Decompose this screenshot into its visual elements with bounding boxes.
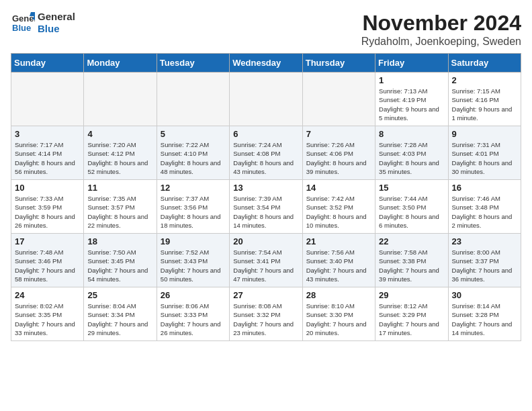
logo-blue: Blue (38, 23, 75, 35)
day-number: 5 (161, 129, 226, 139)
day-info: Sunrise: 7:20 AM Sunset: 4:12 PM Dayligh… (87, 140, 152, 176)
day-info: Sunrise: 7:52 AM Sunset: 3:43 PM Dayligh… (161, 248, 226, 283)
day-number: 22 (379, 236, 444, 246)
calendar-cell: 10Sunrise: 7:33 AM Sunset: 3:59 PM Dayli… (11, 180, 84, 234)
day-number: 30 (452, 290, 517, 300)
day-info: Sunrise: 8:00 AM Sunset: 3:37 PM Dayligh… (452, 248, 517, 283)
weekday-header-friday: Friday (375, 54, 448, 73)
calendar-cell: 12Sunrise: 7:37 AM Sunset: 3:56 PM Dayli… (157, 180, 229, 234)
day-info: Sunrise: 7:22 AM Sunset: 4:10 PM Dayligh… (161, 140, 226, 176)
day-number: 8 (379, 129, 444, 139)
week-row-4: 17Sunrise: 7:48 AM Sunset: 3:46 PM Dayli… (11, 234, 521, 287)
calendar-cell: 9Sunrise: 7:31 AM Sunset: 4:01 PM Daylig… (448, 126, 521, 180)
day-number: 25 (87, 290, 152, 300)
calendar-cell: 20Sunrise: 7:54 AM Sunset: 3:41 PM Dayli… (230, 234, 302, 287)
weekday-header-thursday: Thursday (302, 54, 375, 73)
day-number: 12 (161, 183, 226, 193)
calendar-cell: 16Sunrise: 7:46 AM Sunset: 3:48 PM Dayli… (448, 180, 521, 234)
day-info: Sunrise: 8:14 AM Sunset: 3:28 PM Dayligh… (452, 302, 517, 337)
calendar-cell: 26Sunrise: 8:06 AM Sunset: 3:33 PM Dayli… (157, 287, 229, 341)
calendar-cell: 19Sunrise: 7:52 AM Sunset: 3:43 PM Dayli… (157, 234, 229, 287)
day-number: 28 (306, 290, 371, 300)
day-info: Sunrise: 7:24 AM Sunset: 4:08 PM Dayligh… (233, 140, 298, 176)
day-number: 27 (233, 290, 298, 300)
day-number: 1 (379, 75, 444, 85)
day-number: 20 (233, 236, 298, 246)
calendar-cell: 11Sunrise: 7:35 AM Sunset: 3:57 PM Dayli… (84, 180, 157, 234)
day-number: 10 (15, 183, 80, 193)
calendar-cell: 23Sunrise: 8:00 AM Sunset: 3:37 PM Dayli… (448, 234, 521, 287)
day-info: Sunrise: 8:10 AM Sunset: 3:30 PM Dayligh… (306, 302, 371, 337)
day-info: Sunrise: 7:46 AM Sunset: 3:48 PM Dayligh… (452, 194, 517, 230)
calendar-cell: 4Sunrise: 7:20 AM Sunset: 4:12 PM Daylig… (84, 126, 157, 180)
day-info: Sunrise: 7:35 AM Sunset: 3:57 PM Dayligh… (87, 194, 152, 230)
day-number: 11 (87, 183, 152, 193)
weekday-header-row: SundayMondayTuesdayWednesdayThursdayFrid… (11, 54, 521, 73)
day-info: Sunrise: 7:17 AM Sunset: 4:14 PM Dayligh… (15, 140, 80, 176)
day-number: 3 (15, 129, 80, 139)
day-info: Sunrise: 7:15 AM Sunset: 4:16 PM Dayligh… (452, 87, 517, 122)
calendar-cell: 14Sunrise: 7:42 AM Sunset: 3:52 PM Dayli… (302, 180, 375, 234)
day-info: Sunrise: 7:48 AM Sunset: 3:46 PM Dayligh… (15, 248, 80, 283)
calendar-cell: 28Sunrise: 8:10 AM Sunset: 3:30 PM Dayli… (302, 287, 375, 341)
day-info: Sunrise: 7:44 AM Sunset: 3:50 PM Dayligh… (379, 194, 444, 230)
day-number: 14 (306, 183, 371, 193)
day-number: 6 (233, 129, 298, 139)
weekday-header-wednesday: Wednesday (230, 54, 302, 73)
day-info: Sunrise: 7:58 AM Sunset: 3:38 PM Dayligh… (379, 248, 444, 283)
month-title: November 2024 (361, 11, 521, 36)
calendar-cell: 24Sunrise: 8:02 AM Sunset: 3:35 PM Dayli… (11, 287, 84, 341)
weekday-header-tuesday: Tuesday (157, 54, 229, 73)
day-info: Sunrise: 7:50 AM Sunset: 3:45 PM Dayligh… (87, 248, 152, 283)
header: General Blue General Blue November 2024 … (11, 11, 521, 48)
calendar-cell (157, 73, 229, 126)
svg-text:Blue: Blue (12, 23, 31, 33)
svg-marker-2 (30, 12, 35, 16)
week-row-5: 24Sunrise: 8:02 AM Sunset: 3:35 PM Dayli… (11, 287, 521, 341)
day-info: Sunrise: 8:02 AM Sunset: 3:35 PM Dayligh… (15, 302, 80, 337)
weekday-header-monday: Monday (84, 54, 157, 73)
weekday-header-saturday: Saturday (448, 54, 521, 73)
title-area: November 2024 Rydaholm, Joenkoeping, Swe… (361, 11, 521, 48)
calendar-cell: 25Sunrise: 8:04 AM Sunset: 3:34 PM Dayli… (84, 287, 157, 341)
day-number: 29 (379, 290, 444, 300)
calendar-cell: 13Sunrise: 7:39 AM Sunset: 3:54 PM Dayli… (230, 180, 302, 234)
calendar-cell (230, 73, 302, 126)
day-number: 4 (87, 129, 152, 139)
calendar-table: SundayMondayTuesdayWednesdayThursdayFrid… (11, 53, 521, 341)
logo-icon: General Blue (11, 11, 35, 35)
calendar-cell (84, 73, 157, 126)
calendar-cell: 30Sunrise: 8:14 AM Sunset: 3:28 PM Dayli… (448, 287, 521, 341)
calendar-cell: 3Sunrise: 7:17 AM Sunset: 4:14 PM Daylig… (11, 126, 84, 180)
day-info: Sunrise: 8:06 AM Sunset: 3:33 PM Dayligh… (161, 302, 226, 337)
day-number: 26 (161, 290, 226, 300)
day-info: Sunrise: 8:08 AM Sunset: 3:32 PM Dayligh… (233, 302, 298, 337)
day-info: Sunrise: 7:33 AM Sunset: 3:59 PM Dayligh… (15, 194, 80, 230)
day-number: 2 (452, 75, 517, 85)
day-info: Sunrise: 7:39 AM Sunset: 3:54 PM Dayligh… (233, 194, 298, 230)
day-number: 24 (15, 290, 80, 300)
weekday-header-sunday: Sunday (11, 54, 84, 73)
calendar-cell: 7Sunrise: 7:26 AM Sunset: 4:06 PM Daylig… (302, 126, 375, 180)
calendar-cell: 27Sunrise: 8:08 AM Sunset: 3:32 PM Dayli… (230, 287, 302, 341)
calendar-cell: 6Sunrise: 7:24 AM Sunset: 4:08 PM Daylig… (230, 126, 302, 180)
day-number: 7 (306, 129, 371, 139)
day-info: Sunrise: 7:26 AM Sunset: 4:06 PM Dayligh… (306, 140, 371, 176)
day-info: Sunrise: 7:28 AM Sunset: 4:03 PM Dayligh… (379, 140, 444, 176)
week-row-1: 1Sunrise: 7:13 AM Sunset: 4:19 PM Daylig… (11, 73, 521, 126)
day-info: Sunrise: 7:37 AM Sunset: 3:56 PM Dayligh… (161, 194, 226, 230)
day-number: 15 (379, 183, 444, 193)
day-info: Sunrise: 7:13 AM Sunset: 4:19 PM Dayligh… (379, 87, 444, 122)
day-info: Sunrise: 7:54 AM Sunset: 3:41 PM Dayligh… (233, 248, 298, 283)
week-row-2: 3Sunrise: 7:17 AM Sunset: 4:14 PM Daylig… (11, 126, 521, 180)
calendar-cell (302, 73, 375, 126)
day-number: 17 (15, 236, 80, 246)
day-info: Sunrise: 7:56 AM Sunset: 3:40 PM Dayligh… (306, 248, 371, 283)
calendar-cell: 17Sunrise: 7:48 AM Sunset: 3:46 PM Dayli… (11, 234, 84, 287)
calendar-cell: 29Sunrise: 8:12 AM Sunset: 3:29 PM Dayli… (375, 287, 448, 341)
day-info: Sunrise: 8:04 AM Sunset: 3:34 PM Dayligh… (87, 302, 152, 337)
calendar-cell: 15Sunrise: 7:44 AM Sunset: 3:50 PM Dayli… (375, 180, 448, 234)
calendar-cell: 8Sunrise: 7:28 AM Sunset: 4:03 PM Daylig… (375, 126, 448, 180)
day-number: 18 (87, 236, 152, 246)
calendar-cell: 18Sunrise: 7:50 AM Sunset: 3:45 PM Dayli… (84, 234, 157, 287)
